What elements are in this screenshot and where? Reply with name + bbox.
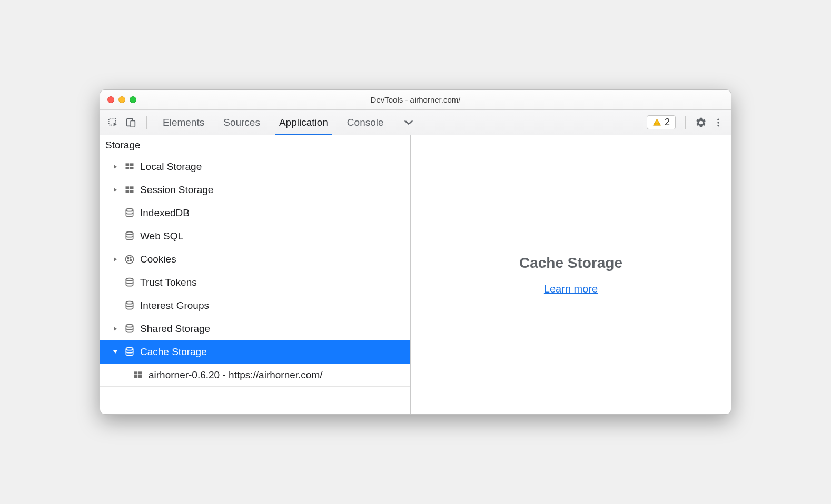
tree-item-label: Interest Groups xyxy=(140,300,209,311)
svg-rect-11 xyxy=(130,167,134,169)
tab-elements[interactable]: Elements xyxy=(163,110,204,135)
disclosure-arrow-icon xyxy=(113,326,119,331)
tree-item-label: Shared Storage xyxy=(140,323,210,335)
minimize-window-button[interactable] xyxy=(118,96,125,103)
svg-rect-29 xyxy=(134,375,138,378)
svg-point-20 xyxy=(130,257,131,258)
disclosure-arrow-icon xyxy=(113,164,119,169)
db-icon xyxy=(123,208,136,218)
db-icon xyxy=(123,300,136,311)
tab-application[interactable]: Application xyxy=(279,110,328,135)
svg-rect-13 xyxy=(130,186,134,189)
svg-point-25 xyxy=(126,325,133,327)
svg-point-24 xyxy=(126,301,133,304)
disclosure-arrow-icon xyxy=(113,187,119,193)
disclosure-arrow-icon xyxy=(113,349,119,355)
svg-rect-10 xyxy=(126,167,130,169)
tab-console[interactable]: Console xyxy=(347,110,384,135)
svg-point-23 xyxy=(126,278,133,281)
svg-rect-9 xyxy=(130,163,134,166)
cookie-icon xyxy=(123,254,136,265)
svg-rect-2 xyxy=(131,120,135,127)
svg-point-22 xyxy=(130,260,131,261)
svg-rect-27 xyxy=(134,371,138,374)
divider xyxy=(685,116,686,129)
tree-item-label: Cache Storage xyxy=(140,346,207,358)
svg-point-18 xyxy=(126,256,134,264)
svg-point-17 xyxy=(126,232,133,235)
storage-tree: Local Storage Session Storage IndexedDB … xyxy=(100,155,410,387)
tree-item-trust-tokens[interactable]: Trust Tokens xyxy=(100,271,410,294)
cache-entry[interactable]: airhorner-0.6.20 - https://airhorner.com… xyxy=(100,364,410,387)
tree-item-label: IndexedDB xyxy=(140,207,190,219)
db-icon xyxy=(123,277,136,288)
grid-icon xyxy=(123,162,136,172)
more-tabs-icon[interactable] xyxy=(403,117,414,128)
svg-rect-3 xyxy=(657,121,657,123)
svg-rect-28 xyxy=(138,371,142,374)
tree-item-label: Cookies xyxy=(140,254,176,265)
cache-entry-label: airhorner-0.6.20 - https://airhorner.com… xyxy=(149,369,323,381)
settings-icon[interactable] xyxy=(695,117,707,128)
grid-icon xyxy=(123,185,136,195)
issues-count: 2 xyxy=(665,117,670,128)
svg-point-6 xyxy=(717,122,719,123)
svg-rect-14 xyxy=(126,190,130,193)
application-sidebar: Storage Local Storage Session Storage In… xyxy=(100,135,411,414)
db-icon xyxy=(123,324,136,334)
panel-tabs: Elements Sources Application Console xyxy=(163,110,414,135)
db-icon xyxy=(123,347,136,357)
divider xyxy=(146,116,147,129)
tree-item-label: Web SQL xyxy=(140,230,183,242)
svg-rect-30 xyxy=(138,375,142,378)
tab-sources[interactable]: Sources xyxy=(223,110,260,135)
svg-rect-12 xyxy=(126,186,130,189)
svg-point-19 xyxy=(127,257,128,258)
inspect-element-icon[interactable] xyxy=(107,117,119,128)
tree-item-web-sql[interactable]: Web SQL xyxy=(100,225,410,248)
grid-icon xyxy=(132,370,144,380)
issues-badge[interactable]: 2 xyxy=(647,115,676,129)
content-pane: Cache Storage Learn more xyxy=(411,135,731,414)
learn-more-link[interactable]: Learn more xyxy=(544,283,598,295)
svg-point-7 xyxy=(717,125,719,126)
svg-rect-15 xyxy=(130,190,134,193)
titlebar: DevTools - airhorner.com/ xyxy=(100,90,731,110)
svg-rect-4 xyxy=(657,124,657,124)
device-toolbar-icon[interactable] xyxy=(125,117,137,128)
tree-item-label: Local Storage xyxy=(140,161,202,173)
tree-item-indexeddb[interactable]: IndexedDB xyxy=(100,201,410,225)
content-heading: Cache Storage xyxy=(519,255,622,271)
tree-item-label: Trust Tokens xyxy=(140,277,197,288)
main-area: Storage Local Storage Session Storage In… xyxy=(100,135,731,414)
disclosure-arrow-icon xyxy=(113,257,119,262)
svg-point-16 xyxy=(126,209,133,211)
warning-icon xyxy=(652,118,661,127)
devtools-window: DevTools - airhorner.com/ Elements Sourc… xyxy=(100,89,731,415)
zoom-window-button[interactable] xyxy=(130,96,136,103)
close-window-button[interactable] xyxy=(107,96,114,103)
tree-item-label: Session Storage xyxy=(140,184,213,196)
traffic-lights xyxy=(100,96,136,103)
tree-item-session-storage[interactable]: Session Storage xyxy=(100,178,410,201)
tree-item-interest-groups[interactable]: Interest Groups xyxy=(100,294,410,317)
db-icon xyxy=(123,231,136,241)
tree-item-shared-storage[interactable]: Shared Storage xyxy=(100,317,410,340)
devtools-toolbar: Elements Sources Application Console 2 xyxy=(100,110,731,135)
sidebar-section-storage: Storage xyxy=(100,135,410,155)
svg-point-5 xyxy=(717,118,719,120)
tree-item-cookies[interactable]: Cookies xyxy=(100,248,410,271)
svg-point-26 xyxy=(126,348,133,350)
svg-point-21 xyxy=(127,260,128,261)
tree-item-cache-storage[interactable]: Cache Storage xyxy=(100,340,410,364)
tree-item-local-storage[interactable]: Local Storage xyxy=(100,155,410,178)
window-title: DevTools - airhorner.com/ xyxy=(100,95,731,104)
kebab-menu-icon[interactable] xyxy=(713,117,724,128)
svg-rect-8 xyxy=(126,163,130,166)
